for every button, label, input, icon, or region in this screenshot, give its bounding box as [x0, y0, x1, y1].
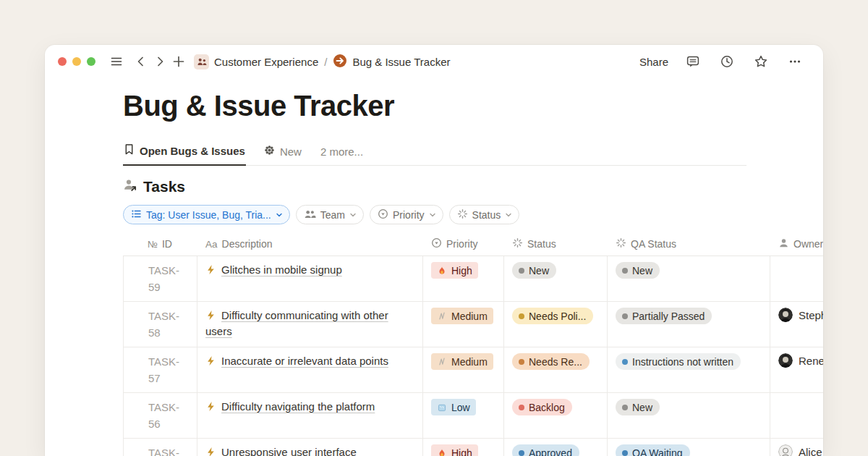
column-header-priority[interactable]: Priority [423, 232, 504, 256]
tab-open-bugs-issues[interactable]: Open Bugs & Issues [123, 139, 246, 166]
comments-icon[interactable] [684, 52, 702, 71]
task-status-cell[interactable]: Backlog [504, 393, 608, 438]
avatar [778, 308, 793, 322]
task-priority-cell[interactable]: Medium [423, 347, 504, 392]
task-id-cell[interactable]: TASK-56 [123, 393, 197, 438]
filter-tag[interactable]: Tag: User Issue, Bug, Tria... [123, 205, 290, 224]
column-header-owner[interactable]: Owner [770, 232, 823, 256]
minimize-window-button[interactable] [72, 57, 81, 66]
status-tag[interactable]: New [616, 399, 660, 415]
tab-more[interactable]: 2 more... [320, 141, 364, 166]
task-id-cell[interactable]: TASK-57 [123, 347, 197, 392]
task-description-cell[interactable]: Difficulty navigating the platform [197, 393, 423, 438]
status-tag[interactable]: Approved [512, 444, 579, 456]
close-window-button[interactable] [58, 57, 67, 66]
owner[interactable]: Steph [778, 308, 817, 322]
task-link[interactable]: Inaccurate or irrelevant data points [221, 355, 388, 367]
numero-icon: № [148, 239, 158, 250]
priority-tag[interactable]: High [431, 444, 478, 456]
back-icon[interactable] [132, 52, 150, 71]
status-dot-icon [519, 313, 524, 319]
favorite-star-icon[interactable] [752, 52, 770, 71]
status-tag[interactable]: QA Waiting [616, 444, 690, 456]
share-button[interactable]: Share [639, 56, 668, 68]
task-qa-status-cell[interactable]: New [608, 256, 770, 301]
column-header-id[interactable]: №ID [123, 232, 197, 256]
task-owner-cell[interactable] [770, 256, 823, 301]
owner[interactable]: Alice [778, 444, 817, 456]
filter-priority[interactable]: Priority [370, 205, 443, 224]
status-tag[interactable]: Backlog [512, 399, 572, 415]
new-page-icon[interactable] [169, 52, 188, 71]
column-header-qa-status[interactable]: QA Status [608, 232, 770, 256]
task-id-cell[interactable]: TASK- [123, 439, 197, 456]
app-window: Customer Experience / Bug & Issue Tracke… [45, 45, 823, 456]
task-description-cell[interactable]: Glitches in mobile signup [197, 256, 423, 301]
history-clock-icon[interactable] [718, 52, 736, 71]
page-emoji-icon [333, 54, 347, 70]
table-row[interactable]: TASK-58 Difficulty communicating with ot… [123, 302, 823, 347]
more-options-icon[interactable] [786, 52, 804, 71]
section-title[interactable]: Tasks [143, 178, 185, 195]
task-owner-cell[interactable]: Alice [770, 439, 823, 456]
task-qa-status-cell[interactable]: New [608, 393, 770, 438]
task-priority-cell[interactable]: Low [423, 393, 504, 438]
status-tag[interactable]: Needs Poli... [512, 308, 593, 324]
bolt-icon [205, 447, 216, 456]
zigzag-icon [437, 357, 447, 367]
maximize-window-button[interactable] [87, 57, 95, 66]
task-status-cell[interactable]: Approved [504, 439, 608, 456]
task-status-cell[interactable]: New [504, 256, 608, 301]
flame-icon [437, 266, 447, 276]
priority-tag[interactable]: Medium [431, 308, 493, 324]
task-id-cell[interactable]: TASK-58 [123, 302, 197, 347]
table-row[interactable]: TASK- Unresponsive user interface High A… [123, 439, 823, 456]
sidebar-menu-icon[interactable] [107, 52, 126, 71]
status-tag[interactable]: New [616, 262, 660, 279]
filter-team[interactable]: Team [296, 205, 364, 224]
status-spinner-icon [512, 237, 523, 250]
task-status-cell[interactable]: Needs Poli... [504, 302, 608, 347]
table-row[interactable]: TASK-57 Inaccurate or irrelevant data po… [123, 347, 823, 393]
zigzag-icon [437, 311, 447, 321]
task-owner-cell[interactable] [770, 393, 823, 438]
task-owner-cell[interactable]: Rene [770, 347, 823, 392]
task-description-cell[interactable]: Unresponsive user interface [197, 439, 423, 456]
priority-tag[interactable]: High [431, 262, 478, 279]
task-link[interactable]: Unresponsive user interface [221, 446, 357, 456]
priority-tag[interactable]: Medium [431, 353, 493, 370]
task-qa-status-cell[interactable]: Instructions not written [608, 347, 770, 392]
column-header-description[interactable]: AaDescription [197, 232, 423, 256]
priority-tag[interactable]: Low [431, 399, 476, 415]
task-link[interactable]: Difficulty navigating the platform [221, 400, 375, 413]
task-priority-cell[interactable]: High [423, 256, 504, 301]
task-id-cell[interactable]: TASK-59 [123, 256, 197, 301]
status-tag[interactable]: New [512, 262, 556, 279]
table-body: TASK-59 Glitches in mobile signup High N… [123, 256, 823, 456]
task-status-cell[interactable]: Needs Re... [504, 347, 608, 392]
status-tag[interactable]: Instructions not written [616, 353, 741, 370]
task-description-cell[interactable]: Difficulty communicating with other user… [197, 302, 423, 347]
table-row[interactable]: TASK-56 Difficulty navigating the platfo… [123, 393, 823, 439]
column-header-status[interactable]: Status [504, 232, 608, 256]
tab-new[interactable]: New [263, 140, 302, 166]
status-dot-icon [519, 359, 524, 365]
status-tag[interactable]: Needs Re... [512, 353, 590, 370]
status-dot-icon [622, 268, 628, 274]
task-description-cell[interactable]: Inaccurate or irrelevant data points [197, 347, 423, 392]
task-owner-cell[interactable]: Steph [770, 302, 823, 347]
breadcrumb-page[interactable]: Bug & Issue Tracker [352, 56, 450, 68]
task-priority-cell[interactable]: High [423, 439, 504, 456]
table-row[interactable]: TASK-59 Glitches in mobile signup High N… [123, 256, 823, 302]
task-link[interactable]: Difficulty communicating with other user… [205, 309, 388, 337]
task-qa-status-cell[interactable]: QA Waiting [608, 439, 770, 456]
status-tag[interactable]: Partially Passed [616, 308, 712, 324]
breadcrumb-workspace[interactable]: Customer Experience [214, 56, 318, 68]
filter-status[interactable]: Status [449, 205, 520, 224]
task-link[interactable]: Glitches in mobile signup [221, 263, 342, 276]
owner[interactable]: Rene [778, 353, 817, 368]
task-priority-cell[interactable]: Medium [423, 302, 504, 347]
task-qa-status-cell[interactable]: Partially Passed [608, 302, 770, 347]
avatar [778, 444, 793, 456]
forward-icon[interactable] [150, 52, 169, 71]
